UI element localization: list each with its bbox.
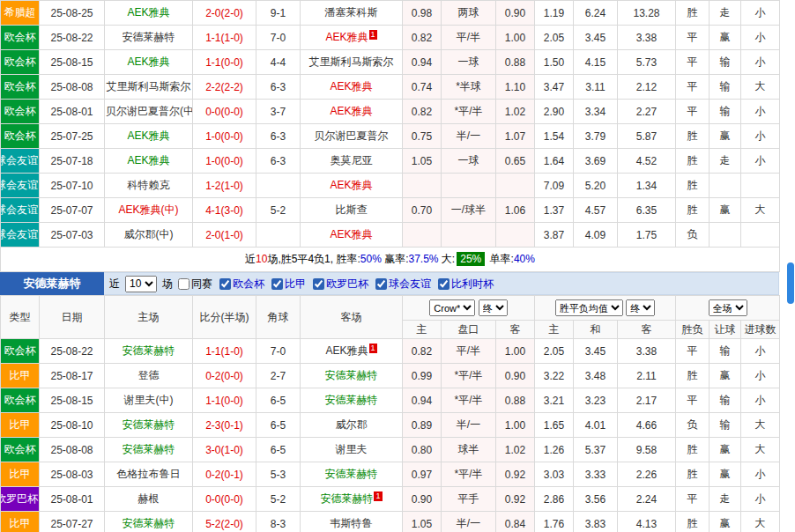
europe-odds-cell: 3.83	[574, 512, 618, 532]
result-cell: 赢	[710, 26, 741, 50]
team-name[interactable]: 奥莫尼亚	[331, 154, 373, 166]
league-filter-checkbox[interactable]: 比利时杯	[438, 277, 494, 292]
asian-odds-cell: 0.94	[403, 388, 442, 413]
asian-odds-cell: 0.98	[403, 1, 442, 26]
europe-odds-cell: 3.87	[535, 223, 574, 248]
team-name[interactable]: AEK雅典(中)	[118, 203, 178, 216]
team-name[interactable]: AEK雅典	[127, 154, 169, 166]
team-name[interactable]: 安德莱赫特	[123, 344, 175, 357]
asian-odds-cell: 0.65	[496, 149, 535, 174]
recent-count-select[interactable]: 10	[125, 276, 157, 292]
team-name[interactable]: 安德莱赫特	[123, 517, 175, 529]
league-label: 球会友谊	[1, 198, 40, 223]
bookmaker-select[interactable]: Crow*	[429, 299, 475, 316]
checkbox-input[interactable]	[375, 278, 387, 290]
result-cell: 胜	[676, 149, 710, 174]
team-name[interactable]: AEK雅典	[325, 344, 368, 357]
team-name[interactable]: 艾里斯利马斯索尔	[309, 55, 394, 68]
league-filter-checkbox[interactable]: 欧罗巴杯	[313, 277, 368, 292]
match-row: 欧会杯25-08-08安德莱赫特3-0(1-0)6-5谢里夫0.80球半1.02…	[1, 438, 780, 462]
league-label: 欧会杯	[1, 438, 40, 462]
period-select[interactable]: 全场	[709, 299, 747, 316]
team-name[interactable]: 安德莱赫特	[325, 468, 378, 480]
team-name[interactable]: 安德莱赫特	[325, 369, 378, 381]
team-cell: AEK雅典1	[301, 26, 403, 50]
team-name[interactable]: 贝尔谢巴夏普尔(中)	[106, 105, 193, 117]
subcol-goals: 进球数	[741, 321, 780, 339]
asian-odds-cell: 0.99	[403, 364, 442, 388]
league-label: 比甲	[1, 462, 40, 487]
team-name[interactable]: 谢里夫	[336, 443, 368, 455]
asian-stage-select[interactable]: 终	[479, 299, 508, 316]
score-cell: 0-2(0-0)	[193, 364, 256, 388]
team-name[interactable]: 贝尔谢巴夏普尔	[315, 129, 389, 142]
team-name[interactable]: AEK雅典	[330, 80, 372, 92]
team-name[interactable]: 安德莱赫特	[320, 492, 373, 505]
scrollbar-thumb[interactable]	[787, 262, 794, 304]
col-header-date: 日期	[40, 296, 105, 339]
team-name[interactable]: AEK雅典	[330, 105, 372, 117]
team-name[interactable]: 安德莱赫特	[325, 394, 378, 406]
team-name[interactable]: 韦斯特鲁	[331, 517, 373, 529]
result-cell: 胜	[676, 462, 710, 487]
asian-odds-cell: 0.80	[403, 438, 442, 462]
result-cell: 大	[741, 198, 780, 223]
checkbox-input[interactable]	[178, 278, 189, 290]
team-section-title: 安德莱赫特	[0, 272, 104, 295]
europe-odds-cell: 2.11	[618, 364, 676, 388]
table-header: 类型 日期 主场 比分(半场) 角球 客场 Crow* 终 胜平负均值	[1, 296, 780, 339]
subcol-handicap: 盘口	[442, 321, 496, 339]
europe-odds-cell: 1.54	[535, 124, 574, 149]
europe-stage-select[interactable]: 终	[626, 299, 655, 316]
result-cell: 输	[710, 100, 741, 124]
team-cell: AEK雅典	[301, 174, 403, 198]
team-name[interactable]: AEK雅典	[325, 31, 368, 43]
team-name[interactable]: AEK雅典	[127, 55, 169, 68]
team-name[interactable]: 比斯查	[336, 203, 368, 216]
league-filter-checkbox[interactable]: 欧会杯	[219, 277, 264, 292]
team-name[interactable]: 色格拉布鲁日	[117, 468, 181, 480]
team-name[interactable]: AEK雅典	[330, 179, 372, 191]
asian-odds-cell: *平/半	[442, 388, 496, 413]
team-cell: 谢里夫	[301, 438, 403, 462]
result-cell: 赢	[710, 462, 741, 487]
result-cell: 平	[676, 388, 710, 413]
team-cell: 贝尔谢巴夏普尔	[301, 124, 403, 149]
checkbox-input[interactable]	[219, 278, 231, 290]
team-name[interactable]: AEK雅典	[127, 6, 169, 18]
team-name[interactable]: 威尔郡(中)	[124, 228, 174, 240]
team-name[interactable]: 谢里夫(中)	[124, 394, 174, 406]
checkbox-input[interactable]	[271, 278, 283, 290]
asian-odds-cell: 1.00	[496, 26, 535, 50]
corner-cell: 5-3	[256, 462, 301, 487]
europe-odds-cell: 1.19	[535, 1, 574, 26]
team-name[interactable]: 威尔郡	[336, 418, 368, 431]
checkbox-input[interactable]	[438, 278, 450, 290]
league-filter-checkbox[interactable]: 球会友谊	[375, 277, 431, 292]
team-name[interactable]: 安德莱赫特	[123, 443, 175, 455]
team-name[interactable]: 安德莱赫特	[123, 31, 175, 43]
result-cell: 输	[710, 50, 741, 75]
checkbox-input[interactable]	[313, 278, 324, 290]
team-name[interactable]: 登德	[138, 369, 160, 381]
team-cell: AEK雅典	[105, 50, 193, 75]
europe-odds-cell: 5.20	[574, 174, 618, 198]
league-filter-checkbox[interactable]: 同赛	[178, 277, 212, 292]
result-cell: 走	[710, 487, 741, 512]
summary-segment: 10	[256, 253, 267, 265]
team-name[interactable]: 科特赖克	[128, 179, 170, 191]
europe-odds-cell: 2.05	[535, 26, 574, 50]
score-cell: 1-2(1-0)	[193, 174, 256, 198]
team-cell: 潘塞莱科斯	[301, 1, 403, 26]
team-name[interactable]: 赫根	[138, 492, 160, 505]
team-name[interactable]: 艾里斯利马斯索尔	[107, 80, 191, 92]
europe-odds-cell: 5.37	[574, 438, 618, 462]
team-name[interactable]: AEK雅典	[330, 228, 372, 240]
team-cell: 安德莱赫特	[105, 339, 193, 364]
team-name[interactable]: 安德莱赫特	[123, 418, 175, 431]
league-filter-checkbox[interactable]: 比甲	[271, 277, 306, 292]
team-name[interactable]: AEK雅典	[127, 129, 169, 142]
summary-segment: 场,胜5平4负1,	[267, 253, 336, 265]
team-name[interactable]: 潘塞莱科斯	[325, 6, 378, 18]
europe-avg-select[interactable]: 胜平负均值	[555, 299, 623, 316]
